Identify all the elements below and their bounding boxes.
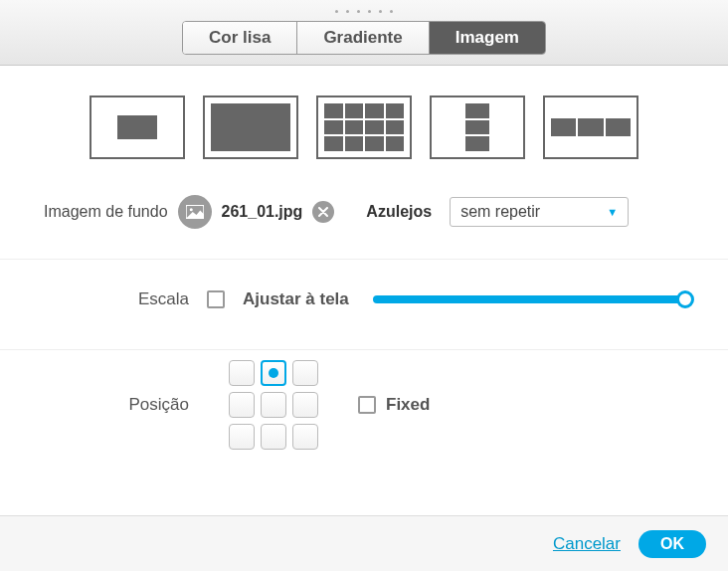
scale-slider-thumb[interactable] (676, 290, 694, 308)
scale-slider[interactable] (373, 295, 688, 303)
tab-group: Cor lisa Gradiente Imagem (182, 21, 546, 55)
tab-gradient[interactable]: Gradiente (297, 22, 429, 54)
position-middle-center[interactable] (261, 392, 286, 418)
position-top-right[interactable] (292, 360, 318, 386)
position-label: Posição (40, 395, 189, 415)
fit-screen-checkbox[interactable] (207, 290, 225, 308)
drag-handle[interactable] (335, 10, 393, 13)
fixed-label: Fixed (386, 395, 430, 415)
layout-options (40, 95, 688, 159)
filename-text: 261_01.jpg (222, 203, 303, 221)
scale-label: Escala (40, 289, 189, 309)
image-icon (178, 195, 212, 229)
fixed-checkbox[interactable] (358, 396, 376, 414)
tiles-selected: sem repetir (460, 203, 540, 221)
file-row: Imagem de fundo 261_01.jpg Azulejos sem … (40, 195, 688, 259)
fixed-group: Fixed (358, 395, 430, 415)
clear-image-button[interactable] (312, 201, 334, 223)
fit-screen-label: Ajustar à tela (243, 289, 349, 309)
position-bottom-right[interactable] (292, 424, 318, 450)
position-bottom-left[interactable] (229, 424, 255, 450)
chevron-down-icon: ▼ (607, 206, 618, 218)
tab-image[interactable]: Imagem (430, 22, 545, 54)
scale-row: Escala Ajustar à tela (40, 260, 688, 349)
position-middle-left[interactable] (229, 392, 255, 418)
tiles-label: Azulejos (366, 203, 432, 221)
background-image-label: Imagem de fundo (44, 203, 168, 221)
dialog-footer: Cancelar OK (0, 515, 728, 571)
cancel-button[interactable]: Cancelar (553, 534, 621, 554)
position-bottom-center[interactable] (261, 424, 286, 450)
ok-button[interactable]: OK (638, 530, 706, 558)
layout-row[interactable] (543, 95, 638, 159)
tab-solid-color[interactable]: Cor lisa (183, 22, 297, 54)
position-top-center[interactable] (261, 360, 286, 386)
svg-point-1 (189, 208, 192, 211)
layout-single[interactable] (90, 95, 185, 159)
layout-tile[interactable] (316, 95, 412, 159)
tiles-dropdown[interactable]: sem repetir ▼ (450, 197, 629, 227)
position-row: Posição Fixed (40, 350, 688, 479)
position-middle-right[interactable] (292, 392, 318, 418)
layout-column[interactable] (430, 95, 525, 159)
position-top-left[interactable] (229, 360, 255, 386)
layout-full[interactable] (203, 95, 298, 159)
position-grid (229, 360, 318, 450)
dialog-header: Cor lisa Gradiente Imagem (0, 0, 728, 66)
